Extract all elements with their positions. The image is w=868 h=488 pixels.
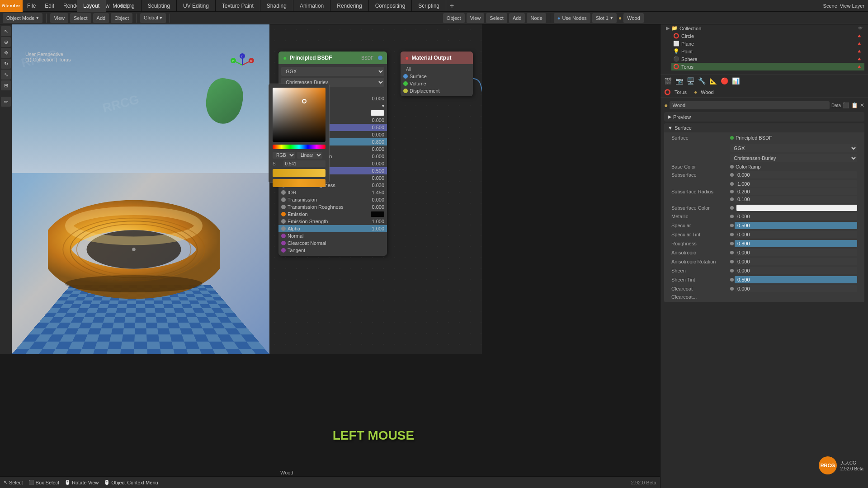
menu-edit[interactable]: Edit	[40, 0, 59, 11]
collection-expand[interactable]: ▶	[666, 25, 670, 31]
plane-item[interactable]: ⬜ Plane 🔺	[671, 40, 864, 47]
sphere-item[interactable]: ⚫ Sphere 🔺	[671, 55, 864, 63]
mat-browse-btn[interactable]: ⬛	[843, 102, 849, 108]
node-node-btn[interactable]: Node	[527, 13, 546, 23]
scale-tool-btn[interactable]: ⤡	[1, 70, 11, 80]
tab-layout[interactable]: Layout	[77, 0, 106, 12]
specular-input[interactable]	[735, 222, 857, 229]
props-icon-6[interactable]: 📊	[732, 77, 740, 84]
color-linear-select[interactable]: Linear	[297, 152, 322, 159]
tab-rendering[interactable]: Rendering	[330, 0, 368, 12]
color-gradient[interactable]	[273, 88, 326, 142]
subsurface-radius-dropdown[interactable]: ▾	[382, 103, 384, 108]
slot-btn[interactable]: Slot 1 ▾	[592, 13, 617, 23]
color-mode-select[interactable]: RGBHSVHEX	[273, 152, 295, 159]
tab-animation[interactable]: Animation	[293, 0, 330, 12]
aniso-input[interactable]	[735, 249, 857, 256]
props-icon-4[interactable]: 🔧	[698, 77, 706, 84]
hue-slider[interactable]	[273, 145, 326, 149]
viewport[interactable]: RRCG RRCG RRCG RRCG RRCG	[12, 24, 269, 354]
select-status[interactable]: ↖ Select	[4, 480, 23, 485]
transform-tool-btn[interactable]: ⊞	[1, 80, 11, 90]
tab-texture-paint[interactable]: Texture Paint	[216, 0, 260, 12]
mat-copy-btn[interactable]: 📋	[851, 102, 858, 108]
aniso-rot-input[interactable]	[735, 258, 857, 265]
box-select-status[interactable]: ⬛ Box Select	[28, 480, 60, 485]
object-btn[interactable]: Object	[111, 13, 132, 23]
add-workspace-button[interactable]: +	[446, 2, 458, 10]
sr-input2[interactable]	[735, 188, 857, 195]
mat-volume-socket[interactable]	[403, 81, 408, 86]
sheen-input[interactable]	[735, 267, 857, 274]
point-item[interactable]: 💡 Point 🔺	[671, 47, 864, 55]
tab-scripting[interactable]: Scripting	[412, 0, 446, 12]
menu-file[interactable]: File	[23, 0, 40, 11]
st-input[interactable]	[735, 231, 857, 238]
mat-name-input[interactable]	[670, 101, 829, 109]
annotate-btn[interactable]: ✏	[1, 97, 11, 107]
alpha-socket[interactable]	[281, 226, 286, 231]
props-icon-2[interactable]: 📷	[675, 77, 683, 84]
rotate-view-status[interactable]: 🖱️ Rotate View	[65, 480, 99, 485]
transmission-socket[interactable]	[281, 197, 286, 202]
object-context-status[interactable]: 🖱️ Object Context Menu	[104, 480, 158, 485]
global-btn[interactable]: Global ▾	[140, 13, 166, 23]
sr-input1[interactable]	[735, 180, 857, 188]
move-tool-btn[interactable]: ✥	[1, 48, 11, 58]
object-mode-btn[interactable]: Object Mode ▾	[3, 13, 42, 23]
mat-delete-btn[interactable]: ✕	[860, 102, 864, 108]
node-select-btn[interactable]: Select	[486, 13, 507, 23]
bsdf-output-socket[interactable]	[378, 56, 382, 60]
material-wood-btn[interactable]: Wood	[623, 13, 644, 23]
sheen-tint-input[interactable]	[735, 276, 857, 283]
mat-data-btn[interactable]: Data	[831, 103, 841, 108]
material-output-node[interactable]: ● Material Output All Surface Volume Dis…	[401, 52, 473, 96]
circle-item[interactable]: ⭕ Circle 🔺	[671, 32, 864, 40]
rotate-tool-btn[interactable]: ↻	[1, 59, 11, 69]
dist-select[interactable]: GGX	[730, 144, 857, 152]
clearcoat-normal-socket[interactable]	[281, 241, 286, 245]
normal-socket[interactable]	[281, 234, 286, 238]
select-tool-btn[interactable]: ↖	[1, 26, 11, 36]
principled-bsdf-header[interactable]: ● Principled BSDF BSDF	[278, 52, 387, 64]
clearcoat-input[interactable]	[735, 285, 857, 292]
collection-item[interactable]: ▶ 📁 Collection 👁	[664, 24, 864, 32]
sc-color-swatch[interactable]	[736, 205, 857, 211]
tab-uv-editing[interactable]: UV Editing	[177, 0, 216, 12]
view-btn[interactable]: View	[50, 13, 68, 23]
cursor-tool-btn[interactable]: ⊕	[1, 37, 11, 47]
use-nodes-btn[interactable]: ● Use Nodes	[554, 13, 590, 23]
emission-socket[interactable]	[281, 212, 286, 216]
tab-modeling[interactable]: Modeling	[106, 0, 142, 12]
tab-shading[interactable]: Shading	[260, 0, 293, 12]
surface-section-header[interactable]: ▼ Surface	[664, 123, 864, 132]
node-view-btn[interactable]: View	[467, 13, 485, 23]
node-object-btn[interactable]: Object	[443, 13, 465, 23]
subsurface-method-dropdown[interactable]: Christensen-Burley	[730, 154, 857, 162]
tab-compositing[interactable]: Compositing	[369, 0, 412, 12]
ior-socket[interactable]	[281, 190, 286, 195]
transmission-roughness-socket[interactable]	[281, 205, 286, 209]
mat-surface-socket[interactable]	[403, 74, 408, 79]
distribution-select[interactable]: GGX	[281, 67, 384, 76]
subsurface-field-input[interactable]	[735, 171, 857, 178]
props-icon-mat[interactable]: 🔴	[721, 77, 728, 84]
metallic-input[interactable]	[735, 213, 857, 220]
viewport-gizmo[interactable]: X Y Z	[229, 52, 256, 79]
material-output-header[interactable]: ● Material Output	[401, 52, 473, 64]
emission-color-swatch[interactable]	[371, 211, 384, 217]
collection-visibility[interactable]: 👁	[858, 26, 863, 31]
select-btn[interactable]: Select	[70, 13, 91, 23]
sr-input3[interactable]	[735, 196, 857, 203]
emission-strength-socket[interactable]	[281, 219, 286, 224]
props-icon-1[interactable]: 🎬	[664, 77, 672, 84]
add-btn[interactable]: Add	[93, 13, 109, 23]
roughness-input[interactable]	[735, 240, 857, 247]
tangent-socket[interactable]	[281, 248, 286, 253]
node-add-btn[interactable]: Add	[509, 13, 525, 23]
preview-section-header[interactable]: ▶ Preview	[664, 112, 864, 122]
subsurface-color-swatch[interactable]	[371, 110, 384, 116]
props-icon-3[interactable]: 🖥️	[687, 77, 694, 84]
s-input[interactable]	[283, 160, 326, 167]
tab-sculpting[interactable]: Sculpting	[142, 0, 177, 12]
